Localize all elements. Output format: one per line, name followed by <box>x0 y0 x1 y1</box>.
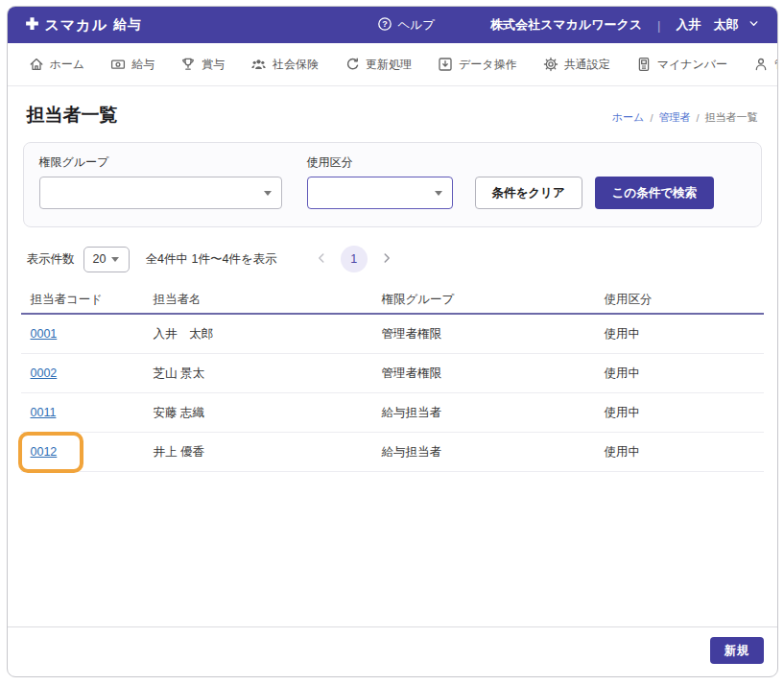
user-name: 入井 太郎 <box>677 16 739 34</box>
staff-usage: 使用中 <box>605 393 764 432</box>
staff-table: 担当者コード 担当者名 権限グループ 使用区分 0001 入井 太郎 管理者権限… <box>21 286 764 472</box>
nav-label: 管理 <box>774 57 777 73</box>
pager: 1 <box>313 246 395 272</box>
staff-usage: 使用中 <box>605 315 764 353</box>
id-card-icon <box>636 57 652 72</box>
staff-group: 給与担当者 <box>382 393 605 432</box>
trophy-icon <box>180 57 196 72</box>
permission-group-label: 権限グループ <box>39 154 282 171</box>
staff-name: 安藤 志織 <box>154 393 382 432</box>
main-nav: ホーム 給与 賞与 社会保険 更新処理 データ操作 共通設定 マイナンバー <box>8 43 777 86</box>
nav-item-home[interactable]: ホーム <box>29 57 85 73</box>
column-header-group: 権限グループ <box>382 286 605 313</box>
banknote-icon <box>110 57 126 72</box>
staff-name: 入井 太郎 <box>154 315 382 353</box>
nav-item-common-settings[interactable]: 共通設定 <box>543 57 610 73</box>
staff-usage: 使用中 <box>605 354 764 392</box>
search-filter-panel: 権限グループ 使用区分 条件をクリア この条件で検索 <box>23 142 762 227</box>
next-page-button[interactable] <box>378 249 395 270</box>
select-caret-icon <box>435 191 442 196</box>
chevron-left-icon <box>315 251 328 268</box>
table-header-row: 担当者コード 担当者名 権限グループ 使用区分 <box>21 286 764 315</box>
breadcrumb-home[interactable]: ホーム <box>612 110 645 125</box>
breadcrumb-separator: / <box>696 112 699 124</box>
table-row: 0002 芝山 景太 管理者権限 使用中 <box>21 354 764 393</box>
staff-group: 給与担当者 <box>382 433 605 471</box>
topbar-divider: | <box>657 18 660 33</box>
result-range-text: 全4件中 1件〜4件を表示 <box>146 251 277 268</box>
nav-label: 更新処理 <box>366 57 412 73</box>
person-icon <box>753 57 769 72</box>
staff-usage: 使用中 <box>605 433 764 471</box>
table-row: 0012 井上 優香 給与担当者 使用中 <box>21 433 764 472</box>
staff-code-link[interactable]: 0001 <box>31 327 58 341</box>
product-name: 給与 <box>113 16 142 34</box>
new-button[interactable]: 新規 <box>710 637 764 664</box>
staff-code-link[interactable]: 0012 <box>31 445 58 459</box>
nav-label: ホーム <box>50 57 85 73</box>
breadcrumb: ホーム / 管理者 / 担当者一覧 <box>612 110 758 125</box>
select-caret-icon <box>111 257 119 262</box>
chevron-down-icon <box>748 17 760 33</box>
brand-name: スマカル <box>45 16 107 35</box>
usage-select[interactable] <box>307 177 453 209</box>
column-header-code: 担当者コード <box>31 286 154 313</box>
nav-item-social-insurance[interactable]: 社会保険 <box>250 57 319 73</box>
breadcrumb-admin[interactable]: 管理者 <box>658 110 690 125</box>
app-header: スマカル 給与 ? ヘルプ 株式会社スマカルワークス | 入井 太郎 <box>8 7 777 43</box>
page-size-value: 20 <box>93 252 107 266</box>
prev-page-button[interactable] <box>313 249 330 270</box>
breadcrumb-current: 担当者一覧 <box>705 110 758 125</box>
nav-label: 給与 <box>131 57 154 73</box>
help-button[interactable]: ? ヘルプ <box>377 16 435 35</box>
chevron-right-icon <box>380 251 393 268</box>
staff-code-link[interactable]: 0011 <box>31 406 57 419</box>
refresh-icon <box>344 57 360 72</box>
topbar-right: ? ヘルプ 株式会社スマカルワークス | 入井 太郎 <box>377 16 760 35</box>
staff-name: 井上 優香 <box>154 433 382 471</box>
help-icon: ? <box>377 16 392 35</box>
data-export-icon <box>438 57 453 72</box>
app-window: スマカル 給与 ? ヘルプ 株式会社スマカルワークス | 入井 太郎 <box>7 6 778 677</box>
clear-conditions-button[interactable]: 条件をクリア <box>475 177 582 209</box>
table-row: 0001 入井 太郎 管理者権限 使用中 <box>21 315 764 354</box>
nav-label: 社会保険 <box>273 57 319 73</box>
app-logo: スマカル 給与 <box>25 16 142 35</box>
nav-item-data-operations[interactable]: データ操作 <box>438 57 517 73</box>
home-icon <box>29 57 44 72</box>
people-icon <box>250 57 267 72</box>
plus-icon <box>25 16 39 35</box>
search-button[interactable]: この条件で検索 <box>595 177 714 209</box>
staff-code-link[interactable]: 0002 <box>31 366 58 380</box>
table-row: 0011 安藤 志織 給与担当者 使用中 <box>21 393 764 433</box>
company-name: 株式会社スマカルワークス <box>490 16 642 34</box>
nav-item-payroll[interactable]: 給与 <box>110 57 154 73</box>
staff-group: 管理者権限 <box>382 315 605 353</box>
nav-item-update-process[interactable]: 更新処理 <box>344 57 412 73</box>
page-size-label: 表示件数 <box>27 251 75 268</box>
nav-label: 共通設定 <box>564 57 610 73</box>
svg-text:?: ? <box>382 19 388 29</box>
page-footer: 新規 <box>8 626 777 676</box>
staff-group: 管理者権限 <box>382 354 605 392</box>
list-controls: 表示件数 20 全4件中 1件〜4件を表示 1 <box>21 246 764 272</box>
breadcrumb-separator: / <box>650 112 653 124</box>
nav-item-bonus[interactable]: 賞与 <box>180 57 225 73</box>
page-title: 担当者一覧 <box>27 103 118 128</box>
main-content: 担当者一覧 ホーム / 管理者 / 担当者一覧 権限グループ <box>8 86 777 626</box>
page-size-select[interactable]: 20 <box>83 247 130 272</box>
staff-name: 芝山 景太 <box>154 354 382 392</box>
help-label: ヘルプ <box>398 17 435 34</box>
page-number-button[interactable]: 1 <box>341 246 368 272</box>
permission-group-select[interactable] <box>39 177 282 209</box>
column-header-name: 担当者名 <box>154 286 382 313</box>
usage-label: 使用区分 <box>307 154 453 171</box>
user-menu[interactable]: 入井 太郎 <box>677 16 760 34</box>
gear-icon <box>543 57 558 72</box>
nav-label: データ操作 <box>459 57 517 73</box>
nav-item-mynumber[interactable]: マイナンバー <box>636 57 727 73</box>
nav-label: マイナンバー <box>657 57 727 73</box>
nav-label: 賞与 <box>202 57 225 73</box>
column-header-usage: 使用区分 <box>605 286 764 313</box>
nav-item-admin[interactable]: 管理 <box>753 57 777 73</box>
